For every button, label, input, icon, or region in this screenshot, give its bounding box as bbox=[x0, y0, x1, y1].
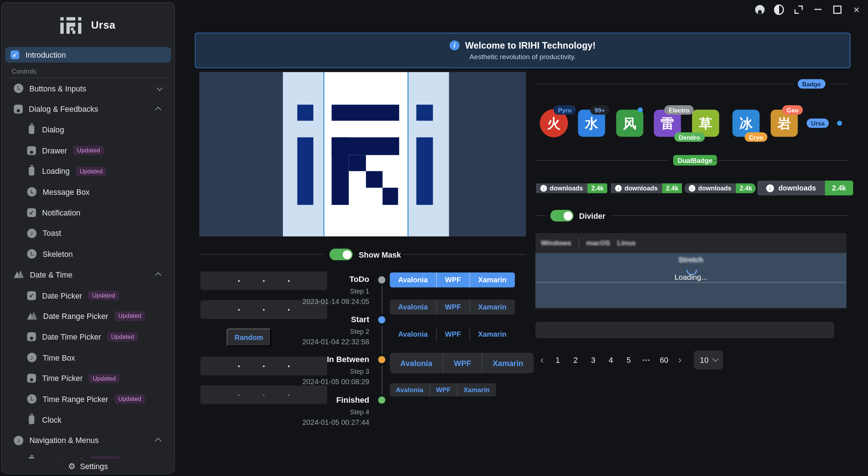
stretch-label: Stretch bbox=[535, 256, 847, 264]
wpf-button[interactable]: WPF bbox=[436, 300, 469, 315]
step-dot-start bbox=[378, 316, 385, 324]
divider-line bbox=[201, 254, 324, 255]
sidebar-item-drawer[interactable]: Drawer Updated bbox=[6, 140, 170, 161]
sidebar-item-dialog-feedbacks[interactable]: Dialog & Feedbacks bbox=[6, 99, 170, 119]
sidebar-item-date-range-picker[interactable]: Date Range Picker Updated bbox=[6, 306, 170, 327]
wpf-button[interactable]: WPF bbox=[436, 272, 469, 287]
sidebar-item-date-time-picker[interactable]: Date Time Picker Updated bbox=[6, 327, 170, 347]
wpf-button[interactable]: WPF bbox=[429, 383, 457, 397]
chevron-up-icon[interactable] bbox=[155, 107, 161, 113]
page-button-5[interactable]: 5 bbox=[621, 350, 637, 369]
xamarin-button[interactable]: Xamarin bbox=[469, 327, 515, 342]
wpf-button[interactable]: WPF bbox=[443, 353, 482, 373]
clock-icon bbox=[27, 249, 37, 259]
sidebar-item-loading[interactable]: Loading Updated bbox=[6, 161, 170, 181]
divider-toggle[interactable] bbox=[550, 210, 573, 221]
sidebar-item-introduction[interactable]: ↙ Introduction bbox=[5, 47, 171, 63]
random-button[interactable]: Random bbox=[226, 328, 271, 346]
titlebar: × bbox=[176, 0, 868, 20]
clock-icon bbox=[27, 187, 37, 197]
sidebar-item-time-range-picker[interactable]: Time Range Picker Updated bbox=[6, 389, 170, 409]
prev-page-button[interactable]: ‹ bbox=[536, 350, 548, 369]
sidebar-item-time-box[interactable]: ♪ Time Box bbox=[6, 347, 170, 368]
avalonia-button[interactable]: Avalonia bbox=[390, 383, 429, 397]
chevron-up-icon[interactable] bbox=[155, 272, 161, 279]
tab-macos[interactable]: macOS bbox=[586, 239, 610, 247]
trailing-dot-badge bbox=[837, 121, 842, 126]
page-button-2[interactable]: 2 bbox=[567, 350, 583, 369]
sidebar-item-message-box[interactable]: Message Box bbox=[6, 182, 170, 202]
maximize-button[interactable] bbox=[832, 4, 842, 14]
settings-button[interactable]: ⚙ Settings bbox=[2, 459, 174, 473]
sidebar-item-notification[interactable]: ↙ Notification bbox=[6, 202, 170, 223]
badge-dot bbox=[638, 107, 643, 112]
sidebar-item-dialog[interactable]: Dialog bbox=[6, 119, 170, 140]
page-size-select[interactable]: 10 bbox=[694, 350, 723, 369]
updated-badge: Updated bbox=[114, 394, 145, 404]
sidebar-item-buttons-inputs[interactable]: Buttons & Inputs bbox=[6, 78, 170, 99]
page-button-4[interactable]: 4 bbox=[603, 350, 619, 369]
page-button-3[interactable]: 3 bbox=[585, 350, 601, 369]
avalonia-button[interactable]: Avalonia bbox=[390, 327, 436, 342]
logo-block bbox=[416, 138, 433, 205]
chevron-up-icon[interactable] bbox=[155, 438, 161, 444]
xamarin-button[interactable]: Xamarin bbox=[457, 383, 496, 397]
page-size-value: 10 bbox=[700, 356, 709, 364]
step-dot-finished bbox=[378, 397, 385, 404]
app-window: × Ursa ↙ Introduction Controls bbox=[0, 0, 868, 476]
logo-block bbox=[366, 171, 383, 188]
show-mask-toggle[interactable] bbox=[329, 249, 353, 260]
xamarin-button[interactable]: Xamarin bbox=[469, 272, 515, 287]
sidebar-item-time-picker[interactable]: Time Picker Updated bbox=[6, 368, 170, 389]
battery-icon bbox=[29, 126, 34, 134]
sidebar-item-skeleton[interactable]: Skeleton bbox=[6, 244, 170, 264]
logo-block bbox=[383, 188, 398, 205]
avalonia-button[interactable]: Avalonia bbox=[390, 300, 436, 315]
floppy-icon bbox=[14, 105, 22, 114]
updated-badge: Updated bbox=[88, 291, 119, 300]
music-note-icon: ♪ bbox=[27, 353, 37, 362]
diagonal-arrows-icon bbox=[794, 5, 802, 13]
xamarin-button[interactable]: Xamarin bbox=[469, 300, 515, 315]
avalonia-button[interactable]: Avalonia bbox=[390, 353, 443, 373]
updated-badge: Updated bbox=[76, 167, 107, 176]
sidebar-item-clock[interactable]: Clock bbox=[6, 409, 170, 430]
theme-toggle-icon[interactable] bbox=[774, 4, 784, 14]
sidebar-item-date-picker[interactable]: ↙ Date Picker Updated bbox=[6, 285, 170, 306]
download-icon: ↓ bbox=[615, 185, 622, 192]
page-button-1[interactable]: 1 bbox=[550, 350, 566, 369]
close-button[interactable]: × bbox=[851, 4, 861, 14]
info-icon: i bbox=[449, 40, 459, 50]
chevron-down-icon[interactable] bbox=[157, 85, 163, 91]
logo-block bbox=[349, 155, 366, 171]
tab-strip: Windows macOS Linux bbox=[535, 233, 847, 253]
sidebar-item-navigation-menus[interactable]: ♪ Navigation & Menus bbox=[6, 430, 170, 451]
logo-block bbox=[416, 104, 433, 120]
avalonia-button[interactable]: Avalonia bbox=[390, 272, 436, 287]
github-icon[interactable] bbox=[754, 4, 764, 14]
expand-icon[interactable] bbox=[793, 4, 803, 14]
irihi-logo-image bbox=[199, 72, 526, 236]
next-page-button[interactable]: › bbox=[674, 350, 686, 369]
sidebar-item-label: Introduction bbox=[25, 50, 66, 59]
page-button-60[interactable]: 60 bbox=[656, 350, 672, 369]
sidebar-item-date-time[interactable]: Date & Time bbox=[6, 264, 170, 285]
tab-linux[interactable]: Linux bbox=[617, 239, 636, 247]
music-note-icon: ♪ bbox=[27, 229, 37, 238]
downloads-badge: ↓downloads 2.4k bbox=[536, 183, 608, 193]
step-name: Finished bbox=[266, 395, 369, 404]
wpf-button[interactable]: WPF bbox=[436, 327, 469, 342]
app-title: Ursa bbox=[91, 19, 116, 32]
divider-line bbox=[535, 83, 794, 84]
tab-windows[interactable]: Windows bbox=[541, 239, 571, 247]
divider-line bbox=[403, 254, 526, 255]
trees-icon bbox=[14, 270, 24, 279]
minimize-button[interactable] bbox=[813, 4, 823, 14]
xamarin-button[interactable]: Xamarin bbox=[482, 353, 534, 373]
sidebar-item-toast[interactable]: ♪ Toast bbox=[6, 223, 170, 244]
pagination-ellipsis[interactable]: ••• bbox=[638, 350, 654, 369]
step-name: ToDo bbox=[266, 275, 369, 283]
divider-line bbox=[535, 160, 669, 161]
downloads-badge: ↓downloads 2.4k bbox=[684, 183, 756, 193]
badge-section-pill: Badge bbox=[798, 79, 825, 89]
